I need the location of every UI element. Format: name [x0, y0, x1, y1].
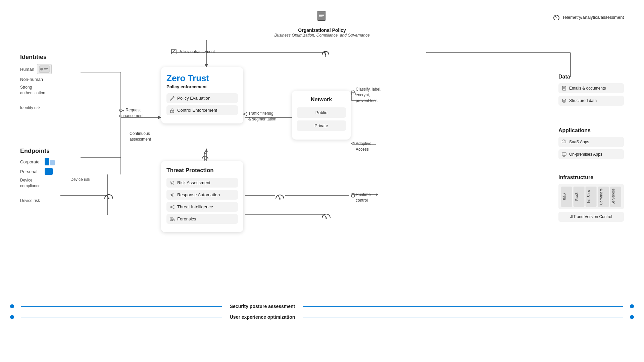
- identities-section: Identities Human Non-human Strongauthent…: [20, 54, 52, 110]
- emails-documents-item: Emails & documents: [558, 83, 624, 93]
- bar-line-left-1: [21, 306, 222, 307]
- apps-panel: Applications SaaS Apps On-premises Apps: [558, 127, 624, 162]
- pencil-icon: [170, 96, 175, 101]
- svg-rect-83: [562, 153, 566, 155]
- human-identity: Human: [20, 64, 52, 74]
- onprem-apps-item: On-premises Apps: [558, 149, 624, 159]
- data-panel: Data Emails & documents Structured data: [558, 74, 624, 108]
- corporate-device-icon: [45, 158, 55, 165]
- sync-icon: [350, 193, 356, 199]
- org-policy-icon: [274, 10, 369, 26]
- svg-line-32: [172, 50, 175, 53]
- device-risk-label-2: Device risk: [70, 177, 90, 182]
- lock-icon: [170, 108, 175, 113]
- request-enhancement-label: Requestenhancement: [119, 107, 144, 119]
- threat-box: Threat Protection Risk Assessment Respon…: [161, 161, 243, 232]
- cloud-icon: [562, 140, 566, 144]
- adaptive-access-label: AdaptiveAccess: [356, 141, 371, 152]
- svg-point-44: [170, 181, 174, 185]
- security-posture-row: Security posture assessment: [10, 304, 634, 309]
- bar-line-right-1: [303, 306, 623, 307]
- response-automation-item: Response Automation: [166, 190, 238, 200]
- network-private: Private: [297, 120, 346, 131]
- id-card-icon: [37, 64, 52, 74]
- bar-dot-right-1: [630, 304, 634, 308]
- infra-paas: PaaS: [574, 187, 585, 207]
- infra-int-sites: Int. Sites: [586, 187, 597, 207]
- svg-rect-58: [44, 68, 48, 69]
- document-icon: [562, 86, 566, 91]
- monitor-icon: [562, 152, 566, 157]
- svg-point-67: [246, 115, 247, 116]
- saas-apps-item: SaaS Apps: [558, 137, 624, 147]
- infra-iaas: IaaS: [561, 187, 572, 207]
- svg-point-65: [243, 114, 244, 115]
- svg-point-34: [325, 54, 326, 55]
- endpoints-section: Endpoints Corporate Personal Devicecompl…: [20, 148, 55, 203]
- svg-point-57: [40, 68, 43, 70]
- gauge-top: [321, 49, 330, 57]
- svg-marker-39: [203, 152, 206, 154]
- svg-point-64: [108, 198, 109, 199]
- share-network-icon: [243, 112, 247, 118]
- personal-endpoint: Personal: [20, 168, 55, 175]
- svg-point-47: [174, 205, 175, 206]
- svg-point-73: [326, 217, 327, 219]
- svg-line-49: [171, 206, 174, 207]
- bar-dot-left-2: [10, 315, 14, 319]
- gauge-second-row: [321, 211, 331, 220]
- infra-containers: Containers: [598, 187, 609, 207]
- forensics-item: Forensics: [166, 214, 238, 224]
- svg-rect-27: [318, 11, 325, 20]
- gear-icon: [170, 193, 175, 197]
- infra-serverless: Serverless: [610, 187, 621, 207]
- telemetry-label: Telemetry/analytics/assessment: [553, 14, 624, 20]
- control-enforcement-item: Control Enforcement: [166, 105, 238, 115]
- gauge-bottom-left: [104, 191, 113, 201]
- svg-rect-59: [44, 69, 47, 70]
- runtime-control-label: Runtimecontrol: [356, 192, 371, 203]
- bottom-bars: Security posture assessment User experie…: [10, 304, 634, 325]
- svg-point-75: [353, 94, 354, 94]
- telemetry-icon: [553, 14, 560, 20]
- policy-enhancement-row: Policy enhancement: [171, 49, 215, 54]
- jit-item: JIT and Version Control: [558, 212, 624, 222]
- settings-icon: [170, 180, 175, 185]
- svg-point-60: [119, 109, 122, 112]
- database-icon: [562, 98, 566, 103]
- personal-device-icon: [45, 168, 53, 175]
- svg-point-71: [279, 198, 281, 200]
- edit-icon: [171, 49, 177, 54]
- svg-line-55: [174, 220, 175, 221]
- bar-line-right-2: [303, 317, 623, 317]
- threat-intelligence-item: Threat Intelligence: [166, 202, 238, 212]
- strong-auth-label: Strongauthentication: [20, 85, 52, 96]
- svg-line-25: [555, 16, 556, 18]
- key-icon: [119, 108, 125, 113]
- policy-evaluation-item: Policy Evaluation: [166, 93, 238, 103]
- gauge-threat-right: [275, 192, 285, 201]
- svg-point-82: [562, 99, 566, 100]
- continuous-assessment-label: Continuousassessment: [130, 131, 151, 142]
- device-risk-label: Device risk: [20, 198, 55, 203]
- svg-line-50: [171, 207, 174, 208]
- network-public: Public: [297, 107, 346, 118]
- structured-data-item: Structured data: [558, 96, 624, 106]
- corporate-endpoint: Corporate: [20, 158, 55, 165]
- identity-risk-label: Identity risk: [20, 105, 52, 110]
- diagram-container: Telemetry/analytics/assessment Organizat…: [0, 0, 644, 362]
- svg-point-46: [170, 206, 171, 207]
- svg-point-43: [171, 182, 173, 184]
- user-experience-row: User experience optimization: [10, 314, 634, 320]
- zero-trust-box: Zero Trust Policy enforcement Policy Eva…: [161, 67, 243, 123]
- share-icon: [170, 205, 175, 209]
- user-experience-label: User experience optimization: [229, 314, 296, 320]
- non-human-identity: Non-human: [20, 77, 52, 82]
- svg-point-45: [171, 194, 173, 196]
- network-box: Network Public Private: [292, 91, 351, 140]
- svg-line-69: [244, 114, 246, 115]
- infra-columns: IaaS PaaS Int. Sites Containers Serverle…: [558, 184, 624, 209]
- infra-panel: Infrastructure IaaS PaaS Int. Sites Cont…: [558, 174, 624, 222]
- device-compliance-label: Devicecompliance: [20, 177, 55, 189]
- security-posture-label: Security posture assessment: [229, 304, 296, 309]
